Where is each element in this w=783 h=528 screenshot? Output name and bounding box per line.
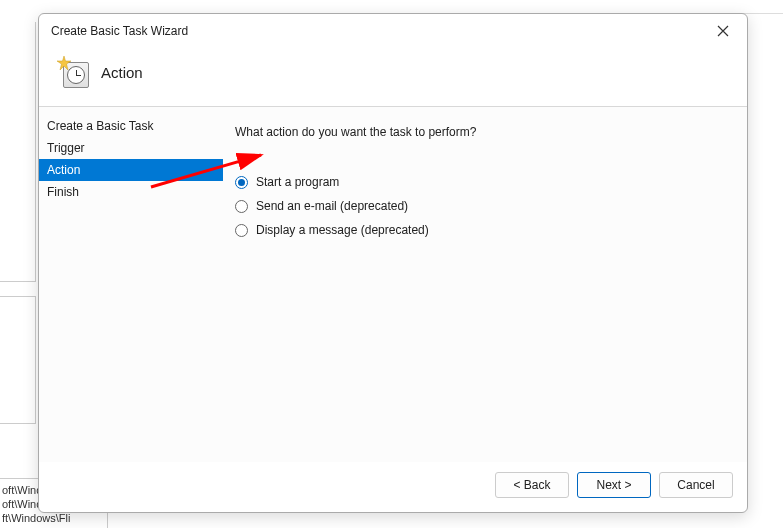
radio-label: Display a message (deprecated) (256, 223, 429, 237)
back-button[interactable]: < Back (495, 472, 569, 498)
nav-finish[interactable]: Finish (39, 181, 223, 203)
wizard-main: What action do you want the task to perf… (223, 107, 747, 462)
nav-action[interactable]: Action (39, 159, 223, 181)
close-button[interactable] (709, 19, 737, 43)
page-title: Action (101, 64, 143, 81)
wizard-dialog: Create Basic Task Wizard Action Create a… (38, 13, 748, 513)
radio-label: Start a program (256, 175, 339, 189)
option-display-message[interactable]: Display a message (deprecated) (235, 223, 727, 237)
svg-marker-0 (57, 56, 71, 70)
cancel-button[interactable]: Cancel (659, 472, 733, 498)
radio-label: Send an e-mail (deprecated) (256, 199, 408, 213)
dialog-titlebar: Create Basic Task Wizard (39, 14, 747, 48)
next-button[interactable]: Next > (577, 472, 651, 498)
button-bar: < Back Next > Cancel (39, 462, 747, 512)
close-icon (717, 25, 729, 37)
header-band: Action (39, 48, 747, 107)
radio-icon (235, 200, 248, 213)
option-start-program[interactable]: Start a program (235, 175, 727, 189)
radio-icon (235, 224, 248, 237)
wizard-icon (57, 56, 89, 88)
nav-create-task[interactable]: Create a Basic Task (39, 115, 223, 137)
radio-icon (235, 176, 248, 189)
option-send-email[interactable]: Send an e-mail (deprecated) (235, 199, 727, 213)
wizard-nav: Create a Basic Task Trigger Action Finis… (39, 107, 223, 462)
action-prompt: What action do you want the task to perf… (235, 125, 727, 139)
nav-trigger[interactable]: Trigger (39, 137, 223, 159)
dialog-title: Create Basic Task Wizard (51, 24, 709, 38)
